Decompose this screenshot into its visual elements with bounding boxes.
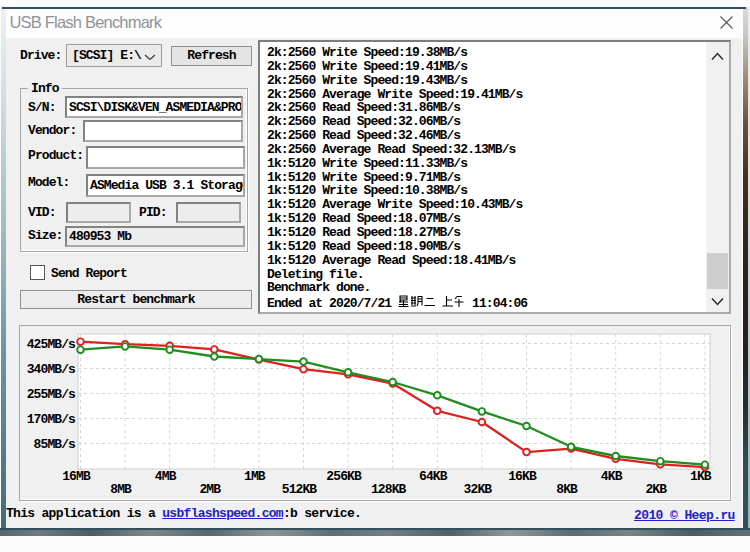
svg-text:8MB: 8MB <box>110 482 132 497</box>
svg-text:170MB/s: 170MB/s <box>27 412 76 427</box>
svg-text:4KB: 4KB <box>601 469 623 484</box>
svg-text:255MB/s: 255MB/s <box>27 387 76 402</box>
svg-text:2KB: 2KB <box>645 482 667 497</box>
svg-text:425MB/s: 425MB/s <box>27 337 76 352</box>
svg-text:256KB: 256KB <box>326 469 362 484</box>
svg-text:1MB: 1MB <box>244 469 266 484</box>
svg-text:8KB: 8KB <box>556 482 578 497</box>
svg-text:2MB: 2MB <box>199 482 221 497</box>
svg-text:4MB: 4MB <box>155 469 177 484</box>
svg-text:340MB/s: 340MB/s <box>27 362 76 377</box>
svg-text:1KB: 1KB <box>690 469 712 484</box>
svg-text:512KB: 512KB <box>282 482 318 497</box>
svg-text:128KB: 128KB <box>371 482 407 497</box>
svg-text:16KB: 16KB <box>508 469 537 484</box>
svg-text:85MB/s: 85MB/s <box>34 437 77 452</box>
svg-text:16MB: 16MB <box>62 469 91 484</box>
svg-text:32KB: 32KB <box>464 482 493 497</box>
svg-text:64KB: 64KB <box>419 469 448 484</box>
